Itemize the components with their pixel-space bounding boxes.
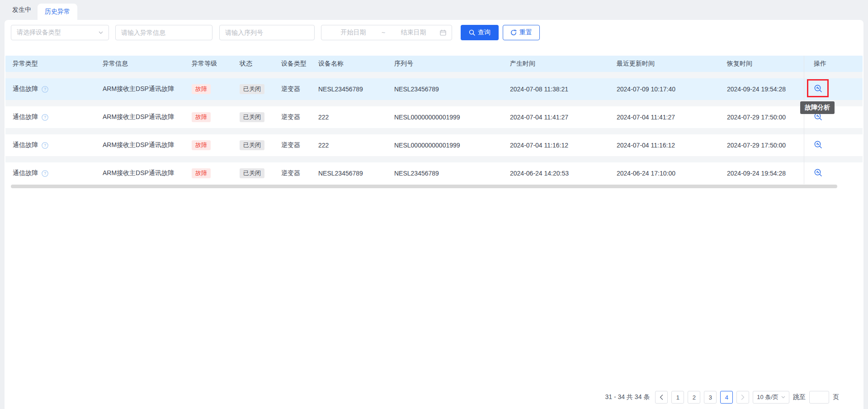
recovered-time-text: 2024-07-29 17:50:00	[720, 114, 804, 121]
page-prev-button[interactable]	[655, 391, 668, 404]
exception-message-input[interactable]	[115, 25, 212, 40]
page-size-select[interactable]: 10 条/页	[753, 391, 789, 404]
status-badge: 已关闭	[240, 112, 264, 122]
updated-time-text: 2024-07-04 11:41:27	[609, 114, 720, 121]
column-header: 异常等级	[184, 60, 232, 68]
svg-text:?: ?	[44, 171, 46, 176]
column-header: 状态	[232, 60, 274, 68]
device-type-text: 逆变器	[274, 85, 311, 93]
column-header: 异常信息	[95, 60, 184, 68]
date-range-picker[interactable]: 开始日期 ~ 结束日期	[321, 25, 452, 40]
exception-type-text: 通信故障	[13, 169, 38, 177]
device-type-placeholder: 请选择设备类型	[17, 29, 61, 37]
chevron-down-icon	[781, 396, 785, 399]
serial-number-input[interactable]	[219, 25, 315, 40]
search-icon	[469, 29, 475, 36]
reset-button[interactable]: 重置	[503, 25, 540, 40]
question-circle-icon[interactable]: ?	[42, 86, 48, 93]
pagination: 31 - 34 共 34 条 1234 10 条/页 跳至 页	[605, 391, 839, 404]
chevron-left-icon	[660, 395, 663, 400]
device-name-text: 222	[311, 114, 387, 121]
query-button-label: 查询	[478, 29, 491, 37]
horizontal-scrollbar-thumb[interactable]	[11, 185, 837, 188]
updated-time-text: 2024-07-09 10:17:40	[609, 86, 720, 93]
table-row: 通信故障 ? ARM接收主DSP通讯故障 故障 已关闭 逆变器 222 NESL…	[5, 134, 863, 156]
tab-history-exceptions[interactable]: 历史异常	[38, 4, 77, 20]
serial-number-text: NESL23456789	[387, 170, 503, 177]
status-badge: 已关闭	[240, 84, 264, 94]
column-header: 产生时间	[503, 60, 609, 68]
created-time-text: 2024-07-04 11:16:12	[503, 142, 609, 149]
exception-message-text: ARM接收主DSP通讯故障	[95, 141, 184, 149]
svg-text:?: ?	[44, 87, 46, 91]
jump-page-input[interactable]	[809, 391, 829, 404]
page-size-label: 10 条/页	[757, 393, 778, 401]
serial-number-text: NESL00000000001999	[387, 114, 503, 121]
chevron-down-icon	[99, 31, 103, 34]
fault-analysis-magnifier-icon[interactable]	[814, 168, 823, 177]
created-time-text: 2024-07-04 11:41:27	[503, 114, 609, 121]
device-type-text: 逆变器	[274, 141, 311, 149]
question-circle-icon[interactable]: ?	[42, 142, 48, 149]
question-circle-icon[interactable]: ?	[42, 114, 48, 121]
exception-message-text: ARM接收主DSP通讯故障	[95, 113, 184, 121]
column-header: 操作	[804, 60, 862, 68]
jump-prefix-label: 跳至	[793, 393, 806, 401]
query-button[interactable]: 查询	[461, 25, 499, 40]
level-badge: 故障	[192, 84, 211, 94]
exception-type-text: 通信故障	[13, 85, 38, 93]
created-time-text: 2024-07-08 11:38:21	[503, 86, 609, 93]
table-row: 通信故障 ? ARM接收主DSP通讯故障 故障 已关闭 逆变器 222 NESL…	[5, 106, 863, 128]
reset-button-label: 重置	[519, 29, 532, 37]
fault-analysis-tooltip: 故障分析	[800, 101, 835, 114]
recovered-time-text: 2024-09-24 19:54:28	[720, 170, 804, 177]
table-row: 通信故障 ? ARM接收主DSP通讯故障 故障 已关闭 逆变器 NESL2345…	[5, 162, 863, 184]
filter-bar: 请选择设备类型 开始日期 ~ 结束日期 查询 重置	[5, 20, 863, 40]
end-date-placeholder: 结束日期	[387, 29, 440, 37]
exception-message-text: ARM接收主DSP通讯故障	[95, 85, 184, 93]
page-button-1[interactable]: 1	[671, 391, 684, 404]
device-type-text: 逆变器	[274, 113, 311, 121]
refresh-icon	[510, 29, 517, 36]
status-badge: 已关闭	[240, 140, 264, 150]
serial-number-text: NESL23456789	[387, 86, 503, 93]
updated-time-text: 2024-06-24 17:10:00	[609, 170, 720, 177]
device-name-text: NESL23456789	[311, 170, 387, 177]
device-type-text: 逆变器	[274, 169, 311, 177]
recovered-time-text: 2024-07-29 17:50:00	[720, 142, 804, 149]
tooltip-label: 故障分析	[805, 104, 830, 112]
column-header: 设备类型	[274, 60, 311, 68]
tab-occurring[interactable]: 发生中	[12, 0, 31, 20]
exception-type-text: 通信故障	[13, 141, 38, 149]
table-row: 通信故障 ? ARM接收主DSP通讯故障 故障 已关闭 逆变器 NESL2345…	[5, 78, 863, 100]
column-header: 恢复时间	[720, 60, 804, 68]
page-button-4[interactable]: 4	[720, 391, 733, 404]
device-type-select[interactable]: 请选择设备类型	[11, 25, 109, 40]
created-time-text: 2024-06-24 14:20:53	[503, 170, 609, 177]
calendar-icon	[440, 29, 446, 36]
fault-analysis-magnifier-icon[interactable]	[814, 84, 823, 93]
page-button-3[interactable]: 3	[704, 391, 717, 404]
column-header: 异常类型	[5, 60, 95, 68]
column-header: 设备名称	[311, 60, 387, 68]
fixed-column-divider	[804, 56, 804, 184]
page-button-2[interactable]: 2	[688, 391, 700, 404]
column-header: 序列号	[387, 60, 503, 68]
main-panel: 请选择设备类型 开始日期 ~ 结束日期 查询 重置	[5, 20, 863, 409]
pagination-total: 31 - 34 共 34 条	[605, 393, 650, 401]
level-badge: 故障	[192, 112, 211, 122]
fault-analysis-magnifier-icon[interactable]	[814, 140, 823, 149]
column-header: 最近更新时间	[609, 60, 720, 68]
page-next-button[interactable]	[736, 391, 749, 404]
svg-text:?: ?	[44, 143, 46, 147]
device-name-text: 222	[311, 142, 387, 149]
recovered-time-text: 2024-09-24 19:54:28	[720, 86, 804, 93]
exception-message-text: ARM接收主DSP通讯故障	[95, 169, 184, 177]
exception-type-text: 通信故障	[13, 113, 38, 121]
table-header-row: 异常类型异常信息异常等级状态设备类型设备名称序列号产生时间最近更新时间恢复时间操…	[5, 56, 863, 72]
jump-suffix-label: 页	[833, 393, 839, 401]
question-circle-icon[interactable]: ?	[42, 170, 48, 177]
level-badge: 故障	[192, 168, 211, 178]
chevron-right-icon	[741, 395, 745, 400]
page-number-buttons: 1234	[671, 391, 733, 404]
